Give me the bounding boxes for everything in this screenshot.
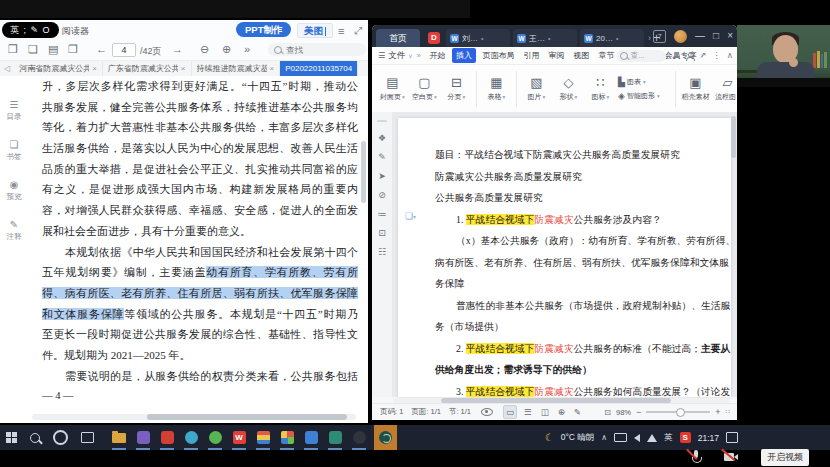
- taskbar-app-edge-browser[interactable]: [182, 425, 200, 450]
- ribbon-item[interactable]: ▧图片▾: [522, 68, 551, 110]
- open-file-icon[interactable]: ❒: [8, 44, 18, 55]
- close-tab-icon[interactable]: ×: [181, 64, 186, 73]
- minimize-button[interactable]: —: [695, 31, 705, 41]
- scrollbar-thumb[interactable]: [147, 414, 347, 420]
- forbid-tool-icon[interactable]: ⊘: [378, 190, 386, 200]
- menu-item[interactable]: 插入: [452, 48, 476, 63]
- weather-icon[interactable]: ☾: [545, 432, 554, 443]
- ribbon-item[interactable]: ▙图表▾: [618, 77, 670, 87]
- fullscreen-icon[interactable]: ∷: [726, 408, 731, 416]
- ribbon-item[interactable]: ∷图标▾: [586, 68, 615, 110]
- zoom-out-icon[interactable]: ⊖: [200, 44, 209, 55]
- pdf-tab[interactable]: 河南省防震减灾公共服务指×: [14, 61, 103, 76]
- box-tool-icon[interactable]: ⊡: [378, 228, 386, 238]
- prev-page-icon[interactable]: ←: [96, 44, 107, 55]
- next-page-icon[interactable]: →: [172, 44, 183, 55]
- menu-item[interactable]: 审阅: [549, 50, 565, 61]
- zoom-in-button[interactable]: +: [715, 407, 720, 417]
- ribbon-item[interactable]: ▣稻壳素材: [681, 68, 710, 110]
- ink-icon[interactable]: ✎: [572, 406, 583, 418]
- pdf-sidebar-toc[interactable]: ☰目录: [0, 100, 28, 122]
- wps-doc-tab[interactable]: W20…•: [580, 29, 644, 47]
- asset-tool-icon[interactable]: ❖: [378, 133, 386, 143]
- fit-page-icon[interactable]: ⊡: [604, 408, 611, 417]
- ribbon-item[interactable]: ▦表格▾: [482, 68, 511, 110]
- ribbon-item[interactable]: ◇形状▾: [554, 68, 583, 110]
- document-page[interactable]: ❏▾ 题目：平战结合视域下防震减灾公共服务高质量发展研究防震减灾公共服务高质量发…: [398, 118, 731, 397]
- docer-icon[interactable]: D: [428, 32, 440, 44]
- tray-expand-icon[interactable]: ∧: [601, 433, 607, 442]
- select-tool-icon[interactable]: ➤: [378, 171, 386, 181]
- account-icon[interactable]: [686, 52, 693, 60]
- webcam-video[interactable]: [737, 25, 830, 87]
- weather-label[interactable]: 0°C 晴朗: [561, 432, 595, 444]
- zoom-slider-knob[interactable]: [676, 408, 685, 417]
- scrollbar-thumb[interactable]: [361, 141, 366, 203]
- menu-item[interactable]: 视图: [574, 50, 590, 61]
- cloud-sync-icon[interactable]: ☁: [672, 51, 681, 60]
- pdf-tab[interactable]: P02022011035704: [280, 61, 358, 76]
- start-video-button[interactable]: 开启视频: [761, 449, 809, 466]
- ribbon-item[interactable]: ▤封面页▾: [378, 68, 407, 110]
- taskbar-app-360-browser[interactable]: [206, 425, 224, 450]
- read-layout-icon[interactable]: ◫: [539, 406, 551, 418]
- pdf-vertical-scrollbar[interactable]: [361, 82, 366, 407]
- ribbon-item[interactable]: ▱流程图▾: [713, 68, 737, 110]
- tab-overflow-icon[interactable]: ›: [648, 33, 651, 43]
- pdf-horizontal-scrollbar[interactable]: [32, 414, 356, 420]
- wps-home-tab[interactable]: 首页: [376, 29, 420, 47]
- copy-icon[interactable]: ❐: [68, 44, 78, 55]
- zoom-in-icon[interactable]: ⊕: [222, 44, 231, 55]
- toolbar-more-icon[interactable]: »: [244, 44, 250, 55]
- share-icon[interactable]: ↗: [699, 51, 706, 60]
- file-menu[interactable]: ☰文件∨: [378, 50, 413, 62]
- taskbar-app-maps-app[interactable]: [326, 425, 344, 450]
- zoom-slider[interactable]: [646, 411, 710, 413]
- collapse-ribbon-icon[interactable]: ∧: [727, 51, 733, 60]
- menu-item[interactable]: 页面布局: [483, 50, 515, 61]
- adjust-tool-icon[interactable]: ≔: [378, 209, 387, 219]
- taskbar-app-thunder-app[interactable]: [158, 425, 176, 450]
- pdf-search-box[interactable]: [268, 43, 366, 56]
- close-tab-icon[interactable]: ×: [270, 64, 275, 73]
- close-tab-icon[interactable]: ×: [92, 64, 97, 73]
- menu-item[interactable]: 章节: [599, 50, 615, 61]
- wps-doc-tab[interactable]: W刘…•: [446, 29, 510, 47]
- more-options-icon[interactable]: ⋮: [712, 51, 721, 60]
- web-layout-icon[interactable]: ⊕: [556, 406, 567, 418]
- pdf-tab[interactable]: 持续推进防震减灾基本公共×: [192, 61, 281, 76]
- cortana-icon[interactable]: [53, 430, 68, 445]
- menu-item[interactable]: 开始: [430, 50, 446, 61]
- microphone-muted-icon[interactable]: [690, 450, 702, 465]
- window-count-badge[interactable]: 7: [653, 30, 666, 43]
- team-tool-icon[interactable]: ☷: [378, 247, 386, 257]
- pdf-tab[interactable]: 广东省防震减灾公共服务体×: [103, 61, 192, 76]
- camera-off-icon[interactable]: [724, 451, 739, 463]
- network-icon[interactable]: [647, 434, 657, 442]
- command-search-box[interactable]: 查...: [616, 50, 666, 62]
- pen-tool-icon[interactable]: ✎: [378, 152, 386, 162]
- taskbar-app-music-app[interactable]: [254, 425, 272, 450]
- page-number-input[interactable]: 4: [112, 43, 136, 57]
- hamburger-menu-icon[interactable]: ≡: [338, 25, 344, 37]
- tab-scroll-left-icon[interactable]: ◁: [4, 64, 10, 73]
- ribbon-item[interactable]: ◈智能图形▾: [618, 91, 670, 101]
- zoom-level[interactable]: 98%: [616, 408, 631, 417]
- ribbon-item[interactable]: ⊟分页▾: [442, 68, 471, 110]
- taskbar-app-meeting-app[interactable]: [374, 425, 397, 450]
- taskbar-app-wps-office[interactable]: W: [230, 425, 248, 450]
- ribbon-item[interactable]: ▢空白页▾: [410, 68, 439, 110]
- rail-handle[interactable]: [377, 120, 387, 122]
- task-view-icon[interactable]: [81, 432, 94, 443]
- pdf-sidebar-preview[interactable]: ◉预览: [0, 180, 28, 202]
- eye-protect-icon[interactable]: [481, 408, 493, 416]
- search-input[interactable]: [286, 45, 346, 55]
- taskbar-app-photos-app[interactable]: [302, 425, 320, 450]
- meitu-button[interactable]: 美图: [297, 23, 333, 38]
- ime-mode-label[interactable]: 英: [664, 432, 673, 444]
- wps-vertical-scrollbar[interactable]: [731, 116, 736, 393]
- save-icon[interactable]: ❏: [28, 44, 38, 55]
- menubar-overflow-icon[interactable]: »: [417, 51, 421, 60]
- volume-icon[interactable]: [634, 434, 640, 442]
- ppt-create-button[interactable]: PPT制作: [236, 22, 291, 37]
